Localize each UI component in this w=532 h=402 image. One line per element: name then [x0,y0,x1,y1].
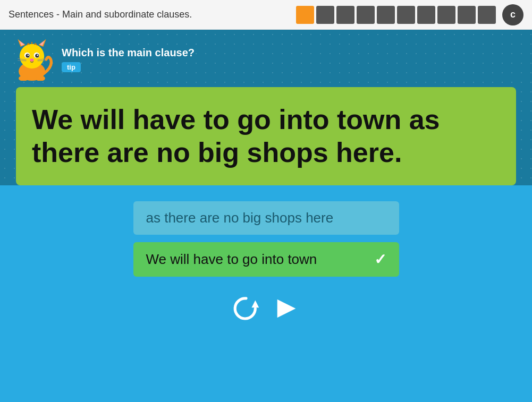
avatar: c [502,4,523,25]
header-controls: c [296,4,523,25]
svg-point-11 [37,55,38,56]
progress-block-8 [437,6,455,24]
question-text: Which is the main clause? [62,47,195,59]
progress-block-7 [417,6,435,24]
answer-option-2-text: We will have to go into town [146,251,317,268]
tip-badge[interactable]: tip [62,62,81,72]
question-text-block: Which is the main clause? tip [62,47,195,72]
progress-block-4 [357,6,375,24]
cat-mascot [11,38,53,81]
main-content: Which is the main clause? tip We will ha… [0,30,532,402]
svg-point-12 [30,58,33,61]
progress-block-5 [377,6,395,24]
next-icon [273,295,300,322]
answer-option-1-text: as there are no big shops here [146,210,334,226]
footer-controls [222,284,311,333]
progress-block-1 [296,6,314,24]
page-title: Sentences - Main and subordinate clauses… [9,9,192,20]
svg-marker-20 [277,299,295,318]
question-header: Which is the main clause? tip [11,38,521,81]
svg-marker-19 [251,300,259,307]
checkmark-icon: ✓ [374,251,386,268]
answer-option-2[interactable]: We will have to go into town ✓ [133,242,399,277]
progress-block-2 [316,6,334,24]
progress-block-10 [478,6,496,24]
answer-area: as there are no big shops here We will h… [0,185,532,402]
progress-block-6 [397,6,415,24]
restart-icon [232,295,260,322]
progress-block-3 [336,6,354,24]
app-header: Sentences - Main and subordinate clauses… [0,0,532,30]
progress-block-9 [458,6,476,24]
restart-button[interactable] [232,295,260,322]
answer-option-1[interactable]: as there are no big shops here [133,201,399,235]
question-area: Which is the main clause? tip We will ha… [0,30,532,185]
sentence-text: We will have to go into town as there ar… [32,104,440,168]
svg-point-10 [28,55,29,56]
svg-point-1 [20,44,44,69]
next-button[interactable] [273,295,300,322]
sentence-box: We will have to go into town as there ar… [16,87,516,185]
